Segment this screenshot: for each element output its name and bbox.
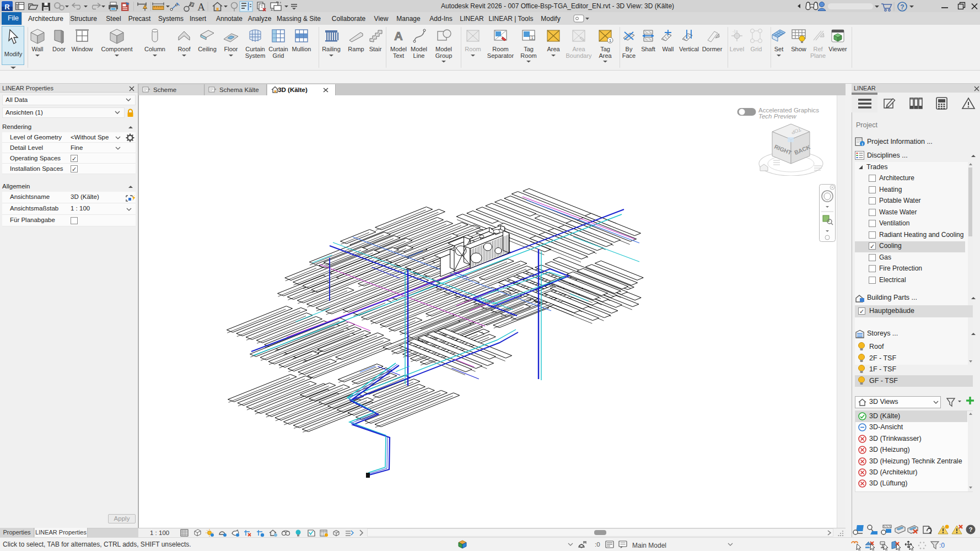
svg-text:?: ? — [900, 3, 904, 11]
svg-text:?: ? — [969, 526, 973, 533]
svg-text:1: 1 — [531, 36, 534, 40]
svg-text:-1: -1 — [733, 29, 736, 33]
svg-text:1: 1 — [609, 38, 612, 43]
svg-text:R: R — [4, 3, 10, 11]
svg-text:A: A — [197, 1, 205, 12]
svg-text:1: 1 — [191, 3, 193, 7]
svg-text:A: A — [394, 29, 403, 43]
svg-text:i: i — [861, 142, 863, 147]
